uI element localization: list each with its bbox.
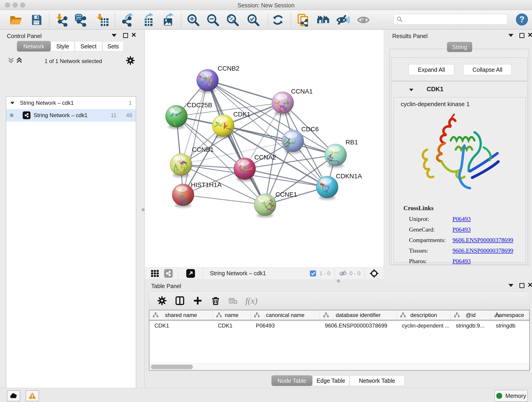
column-header-description[interactable]: description: [397, 310, 451, 320]
import-table-file-icon[interactable]: [96, 13, 109, 27]
network-node-RB1[interactable]: RB1: [325, 139, 358, 172]
tab-node-table[interactable]: Node Table: [272, 375, 312, 386]
export-network-icon[interactable]: [120, 13, 133, 27]
results-panel-float-icon[interactable]: [519, 33, 525, 38]
zoom-selected-icon[interactable]: [247, 13, 260, 27]
expand-all-icon[interactable]: [16, 57, 22, 64]
zoom-in-icon[interactable]: [186, 13, 200, 27]
function-builder-icon[interactable]: f(x): [245, 296, 258, 306]
string-import-icon[interactable]: [297, 13, 310, 27]
control-panel-close-icon[interactable]: ✕: [131, 32, 136, 38]
network-share-icon[interactable]: [164, 269, 173, 278]
tab-select[interactable]: Select: [75, 41, 102, 51]
table-panel-close-icon[interactable]: ✕: [527, 283, 532, 288]
table-cell[interactable]: stringdb: [491, 320, 529, 331]
selected-count: 1 - 0: [319, 270, 330, 277]
column-header-shared-name[interactable]: shared name: [149, 310, 213, 320]
results-panel-menu-icon[interactable]: [508, 34, 513, 37]
tab-style[interactable]: Style: [51, 41, 75, 51]
tab-network[interactable]: Network: [17, 41, 51, 51]
table-cell[interactable]: CDK1: [149, 320, 213, 331]
import-network-file-icon[interactable]: [56, 13, 69, 27]
table-row[interactable]: CDK1CDK1P064939606.ENSP00000378699cyclin…: [149, 320, 529, 331]
table-cell[interactable]: CDK1: [213, 320, 251, 331]
fit-selected-icon[interactable]: [369, 269, 379, 278]
network-node-CDKN1A[interactable]: CDKN1A: [316, 172, 362, 200]
table-panel-float-icon[interactable]: [519, 283, 525, 288]
column-header-canonical-name[interactable]: canonical name: [251, 310, 320, 320]
save-session-icon[interactable]: [30, 13, 43, 27]
table-cell[interactable]: stringdb:9...: [451, 320, 491, 331]
column-header-label: database identifier: [320, 312, 397, 318]
collapse-all-button[interactable]: Collapse All: [463, 64, 512, 75]
protein-collapse-icon[interactable]: [409, 89, 413, 91]
column-header--id[interactable]: @id: [451, 310, 491, 320]
selected-checkbox-icon[interactable]: [309, 270, 317, 277]
open-file-icon[interactable]: [9, 13, 22, 27]
crosslink-value[interactable]: 9606.ENSP00000378699: [452, 237, 513, 244]
column-header-name[interactable]: name: [213, 310, 251, 320]
toolbar-search[interactable]: [394, 14, 507, 25]
network-list: String Network – cdk1 1 String Network –…: [6, 96, 136, 402]
table-hscrollbar-thumb[interactable]: [151, 365, 193, 369]
bottom-splitter-handle[interactable]: [337, 279, 340, 283]
network-row-selected[interactable]: String Network – cdk1 11 48: [6, 109, 136, 121]
refresh-layout-icon[interactable]: [271, 13, 285, 27]
results-panel-close-icon[interactable]: ✕: [527, 32, 532, 38]
hide-selected-eye-icon[interactable]: [336, 13, 350, 27]
tab-string-results[interactable]: String: [447, 42, 472, 52]
open-in-window-icon[interactable]: [186, 269, 195, 278]
table-cell[interactable]: P06493: [251, 320, 320, 331]
edge-CCNA2-CDKN1A[interactable]: [245, 169, 327, 187]
gear-icon[interactable]: [126, 56, 135, 65]
delete-column-icon[interactable]: [210, 296, 221, 306]
expand-all-button[interactable]: Expand All: [409, 64, 454, 75]
memory-button[interactable]: Memory: [494, 390, 528, 402]
crosslink-value[interactable]: P06493: [452, 258, 471, 265]
window-title: Session: New Session: [0, 2, 532, 9]
grid-view-icon[interactable]: [150, 269, 159, 278]
control-panel-menu-icon[interactable]: [112, 34, 117, 37]
home-layout-icon[interactable]: [317, 13, 330, 27]
hidden-eye-icon[interactable]: [339, 269, 347, 278]
zoom-fit-icon[interactable]: [226, 13, 239, 27]
warning-button[interactable]: [26, 390, 39, 401]
cloud-button[interactable]: [7, 390, 20, 401]
network-node-CCNE1[interactable]: CCNE1: [254, 191, 297, 217]
control-panel-float-icon[interactable]: [123, 33, 128, 38]
table-cell[interactable]: 9606.ENSP00000378699: [320, 320, 397, 331]
crosslink-value[interactable]: P06493: [452, 216, 471, 223]
edge-HIST1H1A-CCNE1[interactable]: [183, 195, 265, 205]
column-header-database-identifier[interactable]: database identifier: [320, 310, 397, 320]
split-columns-icon[interactable]: [175, 296, 185, 306]
collection-collapse-icon[interactable]: [10, 102, 14, 104]
table-panel-menu-icon[interactable]: [508, 284, 513, 287]
export-table-icon[interactable]: [140, 13, 153, 27]
delete-table-icon[interactable]: [228, 296, 238, 305]
show-eye-icon[interactable]: [357, 13, 370, 27]
node-label-CDK1: CDK1: [233, 111, 250, 118]
edge-CCNB2-CCNA1[interactable]: [208, 80, 283, 103]
export-image-icon[interactable]: [160, 13, 173, 27]
table-gear-icon[interactable]: [157, 296, 167, 306]
collapse-all-icon[interactable]: [8, 57, 14, 64]
network-node-CDC25B[interactable]: CDC25B: [165, 102, 212, 132]
network-canvas[interactable]: CCNB2CCNA1CDC25BCDK1CDC6RB1CCNB1CCNA2CDK…: [145, 30, 384, 267]
network-collection-row[interactable]: String Network – cdk1 1: [6, 97, 136, 109]
crosslink-value[interactable]: 9606.ENSP00000378699: [452, 247, 513, 254]
tab-edge-table[interactable]: Edge Table: [312, 375, 349, 386]
left-splitter-handle[interactable]: [142, 208, 145, 211]
tab-network-table[interactable]: Network Table: [349, 375, 405, 386]
table-hscrollbar[interactable]: [149, 363, 529, 370]
network-node-HIST1H1A[interactable]: HIST1H1A: [172, 181, 222, 208]
column-header-namespace[interactable]: namespace: [491, 310, 529, 320]
add-column-icon[interactable]: [193, 296, 203, 306]
network-node-CCNB1[interactable]: CCNB1: [170, 146, 214, 177]
search-input[interactable]: [403, 16, 501, 22]
import-network-database-icon[interactable]: [74, 13, 88, 27]
crosslink-value[interactable]: P06493: [452, 226, 471, 233]
table-cell[interactable]: cyclin-dependent ...: [397, 320, 451, 331]
help-button[interactable]: ?: [516, 13, 528, 26]
tab-sets[interactable]: Sets: [102, 41, 124, 51]
zoom-out-icon[interactable]: [206, 13, 220, 27]
